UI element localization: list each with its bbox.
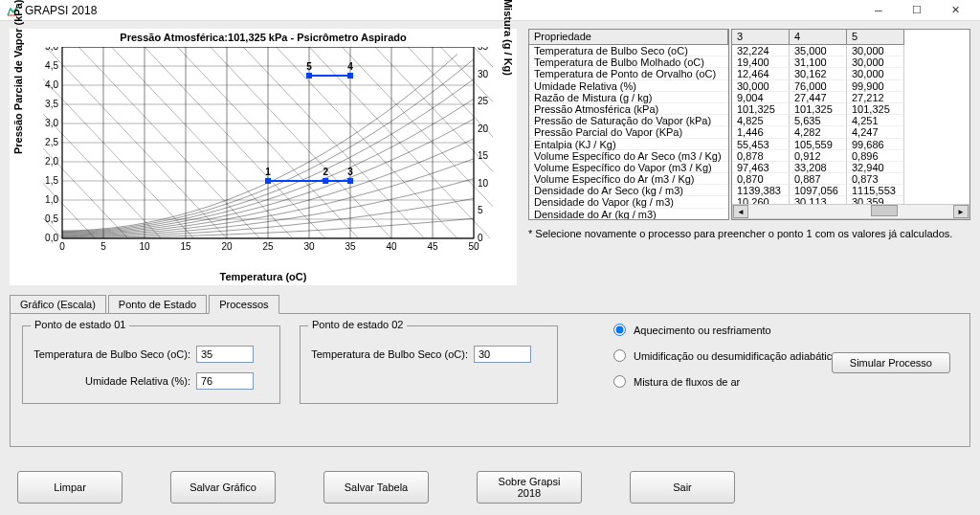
- svg-text:0: 0: [59, 241, 65, 252]
- svg-text:0: 0: [478, 233, 483, 243]
- table-row: 61139,3831097,0561115,553: [732, 185, 969, 196]
- property-cell: Volume Específico do Ar (m3 / Kg): [529, 173, 728, 185]
- property-cell: Umidade Relativa (%): [529, 80, 728, 92]
- ur1-label: Umidade Relativa (%):: [33, 375, 190, 387]
- table-row: 12,46430,16230,000: [732, 68, 969, 79]
- table-row: 1,4464,2824,247: [732, 126, 969, 138]
- ur1-input[interactable]: [196, 372, 254, 390]
- value-cell: 0,887: [790, 173, 847, 185]
- radio-mistura[interactable]: [613, 375, 626, 388]
- value-cell: 1097,056: [790, 185, 847, 196]
- window-title: GRAPSI 2018: [25, 4, 859, 17]
- radio-mistura-label: Mistura de fluxos de ar: [634, 376, 740, 388]
- value-header: 4: [790, 30, 847, 45]
- close-button[interactable]: ✕: [936, 1, 974, 20]
- table-row: 55,453105,55999,686: [732, 139, 969, 150]
- horizontal-scrollbar[interactable]: ◄ ►: [732, 204, 969, 219]
- chart-title: Pressão Atmosférica:101,325 kPa - Psicrô…: [11, 30, 516, 43]
- value-cell: 30,000: [847, 56, 904, 68]
- state-point-1-group: Ponto de estado 01 Temperatura de Bulbo …: [22, 325, 280, 404]
- table-row: 30,00076,00099,900: [732, 80, 969, 92]
- scroll-right-button[interactable]: ►: [953, 205, 969, 218]
- value-cell: 31,100: [790, 56, 847, 68]
- value-cell: 76,000: [790, 80, 847, 92]
- property-cell: Temperatura de Bulbo Seco (oC): [529, 45, 728, 56]
- psychrometric-chart: Pressão Atmosférica:101,325 kPa - Psicrô…: [10, 29, 517, 285]
- table-row: 9,00427,44727,212: [732, 92, 969, 103]
- radio-umidificacao[interactable]: [613, 349, 626, 362]
- value-cell: 5,635: [790, 115, 847, 126]
- table-row: 97,46333,20832,940: [732, 162, 969, 173]
- value-cell: 55,453: [732, 139, 790, 150]
- svg-rect-77: [265, 178, 271, 184]
- tbs2-label: Temperatura de Bulbo Seco (oC):: [310, 348, 468, 360]
- svg-text:30: 30: [303, 241, 315, 252]
- svg-text:2,0: 2,0: [45, 156, 58, 167]
- value-cell: 97,463: [732, 162, 790, 173]
- value-cell: 32,940: [847, 162, 904, 173]
- property-cell: Densidade do Ar Seco (kg / m3): [529, 185, 728, 196]
- tbs1-input[interactable]: [196, 346, 254, 363]
- svg-rect-81: [347, 178, 353, 184]
- sobre-button[interactable]: Sobre Grapsi 2018: [477, 471, 582, 504]
- svg-text:2: 2: [323, 167, 328, 177]
- value-cell: 99,900: [847, 80, 904, 92]
- svg-text:4: 4: [347, 61, 353, 72]
- property-cell: Densidade do Vapor (kg / m3): [529, 196, 728, 208]
- value-cell: 1139,383: [732, 185, 790, 196]
- value-cell: 27,212: [847, 92, 904, 103]
- chart-svg: 051015202530354045500,00,51,01,52,02,53,…: [43, 47, 493, 267]
- tab-grafico[interactable]: Gráfico (Escala): [10, 295, 106, 314]
- value-cell: 0,878: [732, 150, 790, 162]
- svg-rect-83: [347, 73, 353, 78]
- value-cell: 33,208: [790, 162, 847, 173]
- svg-text:4,5: 4,5: [45, 60, 58, 71]
- value-header: 3: [732, 30, 790, 45]
- property-cell: Pressão Atmosférica (kPa): [529, 103, 728, 115]
- value-cell: 99,686: [847, 139, 904, 150]
- svg-rect-79: [323, 178, 328, 184]
- radio-aquecimento[interactable]: [613, 324, 626, 336]
- svg-text:45: 45: [427, 241, 438, 252]
- scroll-left-button[interactable]: ◄: [733, 205, 748, 218]
- process-radio-group: Aquecimento ou resfriamento Umidificação…: [613, 324, 837, 401]
- property-cell: Entalpia (KJ / Kg): [529, 139, 728, 150]
- property-table: Propriedade Temperatura de Bulbo Seco (o…: [528, 29, 729, 220]
- salvar-tabela-button[interactable]: Salvar Tabela: [323, 471, 429, 504]
- scroll-thumb[interactable]: [871, 205, 898, 216]
- value-cell: 0,896: [847, 150, 904, 162]
- svg-text:3: 3: [347, 167, 353, 177]
- minimize-button[interactable]: ─: [859, 1, 898, 20]
- value-cell: 32,224: [732, 45, 790, 56]
- tbs1-label: Temperatura de Bulbo Seco (oC):: [33, 348, 190, 360]
- y2-axis-label: Razão de Mistura (g / Kg): [502, 0, 514, 76]
- tab-processos[interactable]: Processos: [209, 295, 278, 314]
- value-cell: 35,000: [790, 45, 847, 56]
- svg-text:2,5: 2,5: [45, 137, 58, 147]
- svg-rect-85: [306, 73, 312, 78]
- svg-text:1: 1: [265, 167, 271, 177]
- group1-legend: Ponto de estado 01: [31, 319, 129, 330]
- svg-text:25: 25: [262, 241, 274, 252]
- property-cell: Temperatura de Bulbo Molhado (oC): [529, 56, 728, 68]
- sair-button[interactable]: Sair: [630, 471, 735, 504]
- tbs2-input[interactable]: [474, 346, 531, 363]
- svg-text:1,5: 1,5: [45, 175, 58, 186]
- svg-text:20: 20: [478, 123, 489, 134]
- salvar-grafico-button[interactable]: Salvar Gráfico: [170, 471, 276, 504]
- limpar-button[interactable]: Limpar: [17, 471, 122, 504]
- property-cell: Pressão de Saturação do Vapor (kPa): [529, 115, 728, 126]
- tab-ponto[interactable]: Ponto de Estado: [108, 295, 207, 314]
- simular-button[interactable]: Simular Processo: [832, 352, 950, 373]
- svg-text:5: 5: [306, 61, 312, 72]
- x-axis-label: Temperatura (oC): [220, 271, 307, 282]
- svg-text:25: 25: [478, 96, 489, 106]
- value-cell: 0,870: [732, 173, 790, 185]
- value-cell: 101,325: [790, 103, 847, 115]
- value-cell: 4,825: [732, 115, 790, 126]
- maximize-button[interactable]: ☐: [898, 1, 936, 20]
- svg-text:15: 15: [180, 241, 191, 252]
- svg-text:30: 30: [478, 69, 489, 79]
- property-cell: Pressão Parcial do Vapor (KPa): [529, 126, 728, 138]
- radio-umidificacao-label: Umidificação ou desumidificação adiabáti…: [634, 350, 837, 362]
